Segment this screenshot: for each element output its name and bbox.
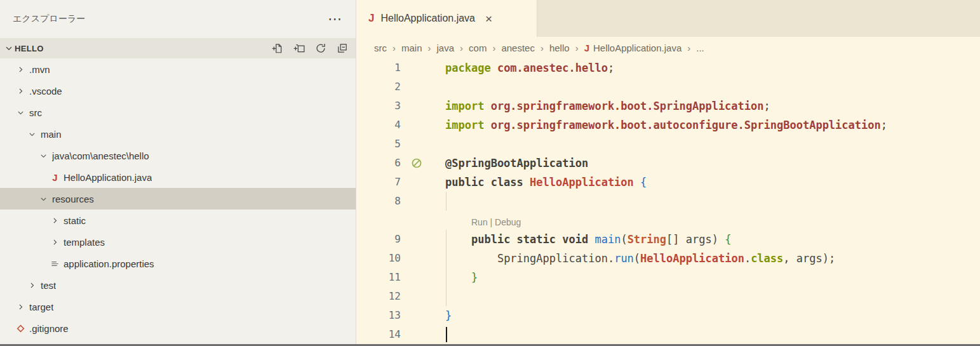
code-line: 3import org.springframework.boot.SpringA… xyxy=(356,96,980,116)
line-number[interactable]: 1 xyxy=(356,58,401,77)
code-line-text[interactable]: import org.springframework.boot.autoconf… xyxy=(433,116,980,135)
code-line: 4import org.springframework.boot.autocon… xyxy=(356,116,980,135)
line-number[interactable]: 12 xyxy=(356,287,401,306)
refresh-icon[interactable] xyxy=(314,43,326,55)
code-line-text[interactable] xyxy=(433,135,980,154)
breadcrumb-item-[interactable]: ... xyxy=(696,43,704,53)
code-line-text[interactable]: } xyxy=(433,268,980,287)
indent-guide xyxy=(446,287,446,306)
breadcrumb-item-com[interactable]: com xyxy=(469,43,487,53)
new-folder-icon[interactable] xyxy=(293,43,305,55)
gutter xyxy=(401,287,433,306)
line-number[interactable]: 10 xyxy=(356,249,401,268)
tree-item-static[interactable]: static xyxy=(0,210,356,231)
line-number[interactable]: 14 xyxy=(356,325,401,344)
section-title: HELLO xyxy=(15,44,44,53)
tree-item-test[interactable]: test xyxy=(0,274,356,296)
tab-label: HelloApplication.java xyxy=(380,13,475,24)
line-number[interactable]: 11 xyxy=(356,268,401,287)
breadcrumb-item-src[interactable]: src xyxy=(374,43,387,53)
tree-item-resources[interactable]: resources xyxy=(0,188,356,210)
indent-guide xyxy=(446,230,446,249)
java-file-icon: J xyxy=(368,12,374,25)
breadcrumb-separator: › xyxy=(428,43,431,53)
chevron-right-icon xyxy=(48,216,62,225)
tree-item-target[interactable]: target xyxy=(0,296,356,317)
code-line-text[interactable]: SpringApplication.run(HelloApplication.c… xyxy=(433,249,980,268)
code-line-text[interactable]: package com.anestec.hello; xyxy=(433,58,980,77)
tree-item-mvn[interactable]: .mvn xyxy=(0,58,356,80)
line-number[interactable]: 13 xyxy=(356,306,401,325)
codelens-text-container[interactable]: Run | Debug xyxy=(433,211,980,230)
code-line-text[interactable]: public class HelloApplication { xyxy=(433,173,980,192)
code-line-text[interactable] xyxy=(433,77,980,96)
breadcrumb-item-anestec[interactable]: anestec xyxy=(501,43,535,53)
tab-helloapplication-java[interactable]: J HelloApplication.java × xyxy=(356,0,537,37)
explorer-sidebar: エクスプローラー ⋯ HELLO xyxy=(0,0,356,344)
vscode-window: エクスプローラー ⋯ HELLO xyxy=(0,0,980,344)
line-number[interactable]: 8 xyxy=(356,192,401,211)
line-number[interactable]: 5 xyxy=(356,135,401,154)
line-number[interactable]: 7 xyxy=(356,173,401,192)
code-token: . xyxy=(744,252,751,265)
run-debug-codelens[interactable]: Run | Debug xyxy=(471,217,521,227)
tree-item-label: .gitignore xyxy=(29,323,69,334)
line-number[interactable]: 9 xyxy=(356,230,401,249)
code-token: org.springframework.boot.SpringApplicati… xyxy=(491,100,764,112)
breadcrumb-item-helloapplication-java[interactable]: HelloApplication.java xyxy=(593,43,681,53)
properties-file-icon xyxy=(48,259,62,269)
code-line-text[interactable] xyxy=(433,325,980,344)
code-token: String xyxy=(628,233,666,246)
line-number[interactable]: 2 xyxy=(356,77,401,96)
code-line-text[interactable]: @SpringBootApplication xyxy=(433,154,980,173)
gutter xyxy=(401,268,433,287)
tab-bar: J HelloApplication.java × xyxy=(356,0,980,37)
code-line-text[interactable] xyxy=(433,192,980,211)
tree-item-java-com-anestec-hello[interactable]: java\com\anestec\hello xyxy=(0,145,356,166)
tree-item-label: java\com\anestec\hello xyxy=(52,150,149,161)
spring-boot-gutter-icon[interactable] xyxy=(401,154,433,173)
tree-item-label: templates xyxy=(64,237,105,248)
code-token: class xyxy=(751,252,783,265)
code-line-text[interactable]: public static void main(String[] args) { xyxy=(433,230,980,249)
collapse-all-icon[interactable] xyxy=(336,43,348,55)
code-token: com.anestec.hello xyxy=(497,62,608,74)
tree-item-gitignore[interactable]: .gitignore xyxy=(0,317,356,339)
tree-item-application-properties[interactable]: application.properties xyxy=(0,253,356,274)
breadcrumb-separator: › xyxy=(687,43,690,53)
line-number[interactable]: 6 xyxy=(356,154,401,173)
more-actions-icon[interactable]: ⋯ xyxy=(328,12,342,26)
tree-item-label: target xyxy=(29,302,53,312)
code-token: { xyxy=(640,176,647,189)
breadcrumb-item-main[interactable]: main xyxy=(401,43,422,53)
code-line-text[interactable] xyxy=(433,287,980,306)
code-token: public static void xyxy=(471,233,594,246)
line-number[interactable]: 3 xyxy=(356,96,401,116)
breadcrumb-item-hello[interactable]: hello xyxy=(549,43,570,53)
chevron-down-icon xyxy=(3,44,15,53)
tree-item-helloapplication-java[interactable]: JHelloApplication.java xyxy=(0,166,356,188)
tree-item-templates[interactable]: templates xyxy=(0,231,356,253)
new-file-icon[interactable] xyxy=(271,43,283,55)
code-area[interactable]: 1package com.anestec.hello;23import org.… xyxy=(356,58,980,344)
code-token: [] xyxy=(666,233,686,246)
code-line: 7public class HelloApplication { xyxy=(356,173,980,192)
text-cursor xyxy=(446,327,447,342)
breadcrumb-item-java[interactable]: java xyxy=(437,43,455,53)
indent-guide xyxy=(446,192,446,211)
code-token: , xyxy=(783,252,796,265)
code-line: 2 xyxy=(356,77,980,96)
section-header-hello[interactable]: HELLO xyxy=(0,38,356,58)
gutter xyxy=(401,211,433,230)
line-number[interactable]: 4 xyxy=(356,116,401,135)
code-line-text[interactable]: import org.springframework.boot.SpringAp… xyxy=(433,96,980,116)
code-line-text[interactable]: } xyxy=(433,306,980,325)
gutter xyxy=(401,96,433,116)
close-tab-icon[interactable]: × xyxy=(485,13,492,25)
tree-item-label: .mvn xyxy=(29,64,50,75)
code-token: args xyxy=(686,233,712,246)
tree-item-vscode[interactable]: .vscode xyxy=(0,80,356,102)
gutter xyxy=(401,173,433,192)
tree-item-main[interactable]: main xyxy=(0,123,356,145)
tree-item-src[interactable]: src xyxy=(0,102,356,123)
